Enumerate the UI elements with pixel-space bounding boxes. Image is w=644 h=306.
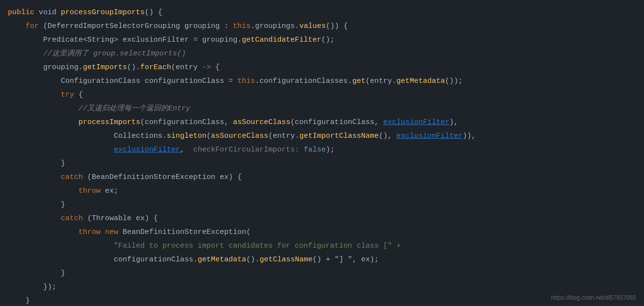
code-token: (BeanDefinitionStoreException ex) { [83, 173, 242, 181]
code-token: BeanDefinitionStoreException( [118, 228, 251, 236]
code-line: try { [0, 88, 644, 102]
code-token: asSourceClass [211, 132, 268, 140]
code-line: Collections.singleton(asSourceClass(entr… [0, 129, 644, 143]
code-token: } [8, 297, 30, 305]
code-token: getImportClassName [299, 132, 379, 140]
code-token: asSourceClass [233, 118, 290, 127]
code-token: getClassName [259, 255, 312, 264]
code-token: try [8, 91, 74, 99]
code-token: } [8, 159, 65, 168]
code-line: "Failed to process import candidates for… [0, 239, 644, 253]
code-token: get [352, 77, 365, 85]
code-token: exclusionFilter [114, 146, 180, 154]
code-token: catch [8, 173, 83, 181]
code-token: catch [8, 214, 83, 223]
code-line: //这里调用了 group.selectImports() [0, 47, 644, 61]
code-token: checkForCircularImports: [193, 146, 304, 154]
code-token: { [211, 63, 220, 72]
code-token: this [233, 22, 251, 30]
code-token: ()); [445, 77, 463, 85]
code-token: //这里调用了 group.selectImports() [8, 50, 186, 58]
code-token: exclusionFilter [396, 132, 463, 140]
code-token: -> [202, 63, 211, 72]
code-token: ()) { [326, 22, 348, 30]
code-token: void [34, 8, 61, 17]
code-token: Collections. [8, 132, 167, 140]
code-token: (entry. [268, 132, 299, 140]
code-token: }); [8, 283, 56, 291]
code-line: catch (Throwable ex) { [0, 212, 644, 226]
code-token: (configurationClass, [290, 118, 383, 127]
watermark: https://blog.csdn.net/dl57657065 [551, 294, 636, 301]
code-token: (), [379, 132, 396, 140]
code-line: exclusionFilter, checkForCircularImports… [0, 143, 644, 157]
code-token: throw [8, 187, 101, 195]
code-token: ( [206, 132, 211, 140]
code-token: processGroupImports [61, 8, 145, 17]
code-line: } [0, 198, 644, 212]
code-token: )), [463, 132, 476, 140]
code-line: //又递归处理每一个返回的Entry [0, 102, 644, 116]
code-line: public void processGroupImports() { [0, 6, 644, 20]
code-line: for (DeferredImportSelectorGrouping grou… [0, 20, 644, 33]
code-line: Predicate<String> exclusionFilter = grou… [0, 33, 644, 47]
code-token: (). [127, 63, 140, 72]
code-token: (DeferredImportSelectorGrouping grouping… [39, 22, 233, 30]
code-token: configurationClass. [8, 255, 198, 264]
code-token: , [180, 146, 193, 154]
code-token: for [8, 22, 39, 30]
code-token: "Failed to process import candidates for… [114, 242, 401, 250]
code-token: false [304, 146, 326, 154]
code-token: //又递归处理每一个返回的Entry [8, 104, 190, 113]
code-token [8, 146, 114, 154]
code-token: getCandidateFilter [242, 36, 321, 44]
code-line: catch (BeanDefinitionStoreException ex) … [0, 171, 644, 184]
code-token: ), [449, 118, 458, 127]
code-token: forEach [140, 63, 171, 72]
code-token: processImports [8, 118, 140, 127]
code-line: processImports(configurationClass, asSou… [0, 116, 644, 129]
code-token: .configurationClasses. [255, 77, 352, 85]
code-token: () + "] ", ex); [312, 255, 379, 264]
code-token: { [74, 91, 83, 99]
code-token: getImports [83, 63, 127, 72]
code-line: } [0, 267, 644, 280]
code-token: ConfigurationClass configurationClass = [8, 77, 237, 85]
code-token: getMetadata [198, 255, 246, 264]
code-token: ex; [101, 187, 118, 195]
code-token: Predicate<String> exclusionFilter = grou… [8, 36, 242, 44]
code-token: throw [8, 228, 101, 236]
code-token [8, 242, 114, 250]
code-token: ); [326, 146, 335, 154]
code-token: new [101, 228, 118, 236]
code-token: } [8, 269, 65, 278]
code-editor: public void processGroupImports() { for … [0, 0, 644, 306]
code-token: (entry. [365, 77, 396, 85]
code-token: public [8, 8, 34, 17]
code-line: grouping.getImports().forEach(entry -> { [0, 61, 644, 75]
code-token: (entry [171, 63, 202, 72]
code-line: configurationClass.getMetadata().getClas… [0, 253, 644, 267]
code-line: } [0, 157, 644, 171]
code-token: } [8, 201, 65, 209]
code-token: singleton [167, 132, 206, 140]
code-token: (). [246, 255, 259, 264]
code-token: (configurationClass, [140, 118, 233, 127]
code-line: throw new BeanDefinitionStoreException( [0, 226, 644, 239]
code-line: }); [0, 280, 644, 294]
code-token: exclusionFilter [383, 118, 449, 127]
code-token: getMetadata [396, 77, 445, 85]
code-token: .groupings. [251, 22, 299, 30]
code-line: throw ex; [0, 184, 644, 198]
code-token: this [237, 77, 255, 85]
code-token: () { [145, 8, 162, 17]
code-line: } [0, 294, 644, 306]
code-line: ConfigurationClass configurationClass = … [0, 75, 644, 88]
code-token: (); [321, 36, 335, 44]
code-token: values [299, 22, 326, 30]
code-token: grouping. [8, 63, 83, 72]
code-token: (Throwable ex) { [83, 214, 158, 223]
